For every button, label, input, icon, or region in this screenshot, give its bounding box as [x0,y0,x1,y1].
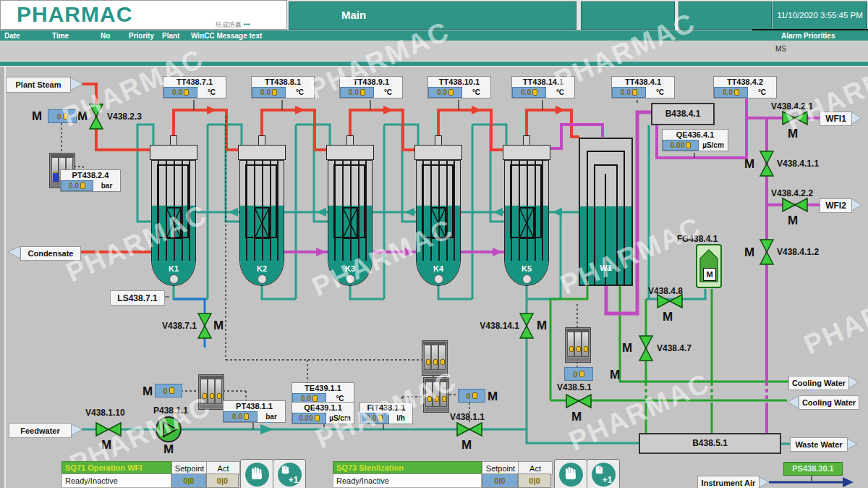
transmitter-TT438.10.1: TT438.10.10.0°C [427,76,491,98]
transmitter-value[interactable]: 0.0 [224,411,258,422]
valve-V438.7.1[interactable] [197,313,213,339]
pressure-switch-PS438.30.1[interactable]: PS438.30.1 [783,462,843,476]
mini-value-3[interactable]: 0 [458,389,485,403]
valve-label-V438.4.1.1: V438.4.1.1 [777,159,827,168]
motor-indicator: M [788,127,798,140]
transmitter-value[interactable]: 0.0 [714,87,748,98]
mini-value-4[interactable]: 0 [564,367,593,381]
column-K4-chimney [435,135,442,146]
panel-sq71-status: Ready/Inactive [61,474,171,488]
motor-indicator: M [610,369,620,381]
transmitter-value[interactable]: 0.00 [292,413,326,424]
panel-sq71-title: SQ71 Operation WFI [61,461,171,474]
flow-label-feedwater: Feedwater [9,423,72,438]
packing-x [254,207,270,239]
column-K1-chimney [170,135,177,146]
column-K5-drain-port [522,274,532,284]
panel-sq71-setpoint-value[interactable]: 0|0 [171,474,206,488]
packing-x [342,207,358,239]
sq71-manual-button[interactable] [240,459,273,488]
column-K1-cap [150,145,197,160]
motor-indicator: M [32,110,42,122]
transmitter-value[interactable]: 0.0 [512,87,546,98]
valve-V438.4.1.1[interactable] [759,151,775,177]
motor-indicator: M [744,158,754,170]
flow-label-plant-steam: Plant Steam [6,77,71,93]
motor-indicator: M [213,319,224,332]
valve-V438.1.10[interactable] [95,421,122,437]
level-switch-LS438.7.1: LS438.7.1 [110,290,165,306]
valve-V438.14.1[interactable] [519,313,535,339]
valve-V438.4.7[interactable] [638,335,654,361]
transmitter-value[interactable]: 0.00 [663,140,699,151]
transmitter-TT438.9.1: TT438.9.10.0°C [339,76,403,98]
instrument-cluster-4 [423,377,449,413]
flow-label-wfi2: WFI2 [820,198,852,213]
sq73-manual-button[interactable] [554,459,587,488]
transmitter-value[interactable]: 0.0 [163,87,197,98]
transmitter-value[interactable]: 0.0 [360,413,389,424]
column-K2-chimney [258,135,265,146]
transmitter-unit: bar [258,411,285,422]
pump-P438.1.1[interactable] [154,415,183,444]
flow-label-cooling-water-1: Cooling Water [788,376,849,390]
transmitter-value[interactable]: 0.0 [340,87,374,98]
panel-sq71-act-value: 0|0 [206,474,239,488]
valve-V438.4.1.2[interactable] [759,239,775,265]
valve-label-V438.4.2.1: V438.4.2.1 [771,102,820,111]
motor-indicator: M [461,439,472,451]
mini-value-1[interactable]: 0 [48,109,77,123]
transmitter-value[interactable]: 0.0 [61,180,93,191]
transmitter-value[interactable]: 0.0 [428,87,462,98]
valve-V438.4.2.2[interactable] [782,197,808,213]
packing-x [430,207,446,239]
column-K2-label: K2 [240,264,284,273]
sq71-manual-plus-button[interactable]: +1 [273,459,306,488]
valve-label-V438.2.3: V438.2.3 [107,112,158,121]
column-K2-cap [238,145,286,160]
panel-sq73-status: Ready/Inactive [333,474,482,488]
tube-line [454,161,455,261]
motor-indicator: M [163,443,174,455]
sq73-manual-plus-button[interactable]: +1 [587,459,620,488]
column-K4-label: K4 [417,264,460,273]
transmitter-unit: °C [646,87,674,98]
mini-value-2[interactable]: 0 [155,384,182,397]
valve-label-V438.7.1: V438.7.1 [152,321,197,330]
valve-V438.2.3[interactable] [88,104,104,130]
hand-icon [245,463,269,487]
hand-icon [559,463,583,487]
column-K5-cap [503,145,550,160]
flow-glass-label: FG438.4.1 [671,235,723,243]
valve-label-V438.4.2.2: V438.4.2.2 [771,189,820,198]
instrument-cluster-2 [198,374,224,410]
motor-indicator: M [142,385,153,397]
transmitter-QE439.1.1: QE439.1.10.00µS/cm [292,402,354,424]
hand-plus-one-icon: +1 [592,463,616,487]
valve-label-V438.5.1: V438.5.1 [557,383,602,392]
transmitter-TT438.4.2: TT438.4.20.0°C [713,76,777,98]
tube-line [365,161,367,261]
motor-indicator: M [788,214,798,227]
transmitter-unit: °C [462,87,490,98]
column-K3-cap [326,145,374,160]
transmitter-unit: °C [748,87,776,98]
valve-V438.5.1[interactable] [566,393,592,409]
column-K1-drain-port [169,274,179,284]
motor-indicator: M [622,342,632,354]
transmitter-value[interactable]: 0.0 [252,87,286,98]
valve-V438.4.2.1[interactable] [782,110,808,126]
transmitter-unit: µS/cm [326,413,354,424]
tube-line [189,161,190,261]
column-K4-cap [414,145,462,160]
panel-sq73-setpoint-value[interactable]: 0|0 [482,474,518,488]
motor-indicator: M [663,311,673,323]
packing-x [166,207,182,239]
tank-W1-label: W1 [580,264,631,272]
flow-glass-FG438.4.1[interactable]: M [696,244,722,288]
transmitter-value[interactable]: 0.0 [612,87,646,98]
hmi-screen: { "header": { "logo": "PHARMAC", "logo_s… [0,0,868,488]
valve-label-V438.1.10: V438.1.10 [85,408,132,417]
valve-V438.1.1[interactable] [456,421,482,437]
column-K4-body: K4 [416,160,461,286]
